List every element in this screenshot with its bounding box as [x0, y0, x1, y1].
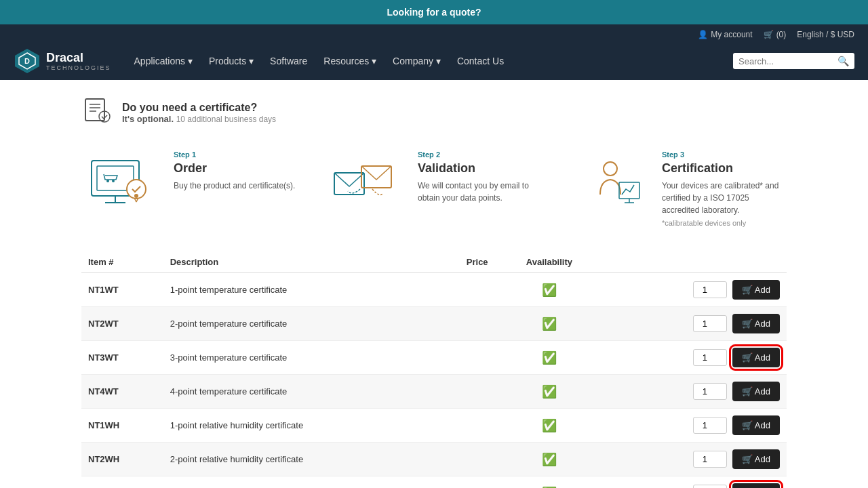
step-1-num: Step 1: [174, 150, 298, 159]
svg-rect-19: [619, 182, 639, 199]
check-icon: ✅: [542, 283, 557, 297]
item-actions: 🛒 Add: [604, 409, 787, 443]
qty-input-2[interactable]: [693, 349, 727, 366]
user-icon: 👤: [698, 30, 708, 39]
qty-input-1[interactable]: [693, 315, 727, 332]
step-3: Step 3 Certification Your devices are ca…: [570, 150, 787, 227]
item-code: NT4WT: [81, 375, 163, 409]
logo-name: Dracal: [46, 51, 111, 65]
add-button-2[interactable]: 🛒 Add: [732, 348, 780, 367]
table-row: NT1WH 1-point relative humidity certific…: [81, 409, 787, 443]
item-actions: 🛒 Add: [604, 341, 787, 375]
qty-input-3[interactable]: [693, 383, 727, 400]
cart-link[interactable]: 🛒 (0): [764, 30, 787, 39]
add-button-6[interactable]: 🛒 Add: [732, 483, 780, 488]
step-1-desc: Buy the product and certificate(s).: [174, 180, 298, 192]
item-desc: 2-point relative humidity certificate: [163, 443, 431, 476]
nav-products[interactable]: Products ▾: [202, 50, 260, 72]
banner-text: Looking for a quote?: [387, 7, 481, 18]
certificate-info: Do you need a certificate? It's optional…: [81, 94, 787, 131]
step-3-footnote: *calibratable devices only: [662, 219, 787, 227]
qty-input-0[interactable]: [693, 281, 727, 298]
item-code: NT1WT: [81, 273, 163, 307]
svg-point-18: [604, 162, 617, 176]
item-code: NT3WH: [81, 476, 163, 489]
step-2-image: [326, 150, 407, 218]
table-body: NT1WT 1-point temperature certificate ✅ …: [81, 273, 787, 489]
nav-resources[interactable]: Resources ▾: [317, 50, 383, 72]
days-note: 10 additional business days: [176, 115, 276, 124]
item-code: NT2WT: [81, 307, 163, 341]
search-bar: 🔍: [733, 53, 854, 69]
nav-contact-us[interactable]: Contact Us: [450, 50, 511, 72]
item-availability: ✅: [495, 375, 604, 409]
nav-applications[interactable]: Applications ▾: [127, 50, 199, 72]
step-3-desc: Your devices are calibrated* and certifi…: [662, 180, 787, 216]
item-desc: 3-point temperature certificate: [163, 341, 431, 375]
item-actions: 🛒 Add: [604, 307, 787, 341]
item-actions: 🛒 Add: [604, 375, 787, 409]
header-bottom: D Dracal TECHNOLOGIES Applications ▾ Pro…: [14, 42, 854, 80]
item-actions: 🛒 Add: [604, 476, 787, 489]
logo-sub: TECHNOLOGIES: [46, 65, 111, 71]
item-desc: 3-point relative humidity certificate: [163, 476, 431, 489]
check-icon: ✅: [542, 419, 557, 432]
search-button[interactable]: 🔍: [837, 56, 849, 66]
table-header: Item # Description Price Availability: [81, 251, 787, 273]
item-desc: 1-point relative humidity certificate: [163, 409, 431, 443]
svg-rect-16: [334, 173, 364, 195]
add-button-1[interactable]: 🛒 Add: [732, 314, 780, 333]
add-button-4[interactable]: 🛒 Add: [732, 415, 780, 435]
qty-input-4[interactable]: [693, 417, 727, 434]
col-availability: Availability: [495, 251, 604, 273]
item-actions: 🛒 Add: [604, 443, 787, 476]
item-availability: ✅: [495, 476, 604, 489]
search-input[interactable]: [738, 56, 833, 66]
add-button-5[interactable]: 🛒 Add: [732, 449, 780, 469]
item-availability: ✅: [495, 443, 604, 476]
table-row: NT4WT 4-point temperature certificate ✅ …: [81, 375, 787, 409]
add-button-3[interactable]: 🛒 Add: [732, 382, 780, 401]
check-icon: ✅: [542, 317, 557, 331]
col-item: Item #: [81, 251, 163, 273]
top-banner[interactable]: Looking for a quote?: [0, 0, 868, 24]
item-price: [431, 375, 494, 409]
main-nav: Applications ▾ Products ▾ Software Resou…: [127, 50, 733, 72]
col-description: Description: [163, 251, 431, 273]
check-icon: ✅: [542, 453, 557, 466]
svg-text:D: D: [24, 57, 30, 65]
header: 👤 My account 🛒 (0) English / $ USD D Dra…: [0, 24, 868, 80]
qty-input-6[interactable]: [693, 485, 727, 488]
check-icon: ✅: [542, 351, 557, 365]
table-row: NT3WT 3-point temperature certificate ✅ …: [81, 341, 787, 375]
my-account-link[interactable]: 👤 My account: [698, 30, 752, 39]
step-1-content: Step 1 Order Buy the product and certifi…: [174, 150, 298, 192]
step-2-desc: We will contact you by email to obtain y…: [418, 180, 542, 204]
item-code: NT1WH: [81, 409, 163, 443]
nav-software[interactable]: Software: [263, 50, 314, 72]
step-3-image: [570, 150, 651, 218]
nav-company[interactable]: Company ▾: [386, 50, 448, 72]
language-link[interactable]: English / $ USD: [797, 30, 854, 39]
add-button-0[interactable]: 🛒 Add: [732, 280, 780, 300]
qty-input-5[interactable]: [693, 451, 727, 468]
header-top: 👤 My account 🛒 (0) English / $ USD: [14, 24, 854, 42]
svg-rect-17: [361, 166, 391, 188]
step-2: Step 2 Validation We will contact you by…: [326, 150, 542, 218]
step-2-content: Step 2 Validation We will contact you by…: [418, 150, 542, 204]
item-availability: ✅: [495, 307, 604, 341]
step-2-num: Step 2: [418, 150, 542, 159]
svg-point-15: [134, 194, 138, 198]
item-price: [431, 273, 494, 307]
item-actions: 🛒 Add: [604, 273, 787, 307]
item-code: NT3WT: [81, 341, 163, 375]
logo-link[interactable]: D Dracal TECHNOLOGIES: [14, 47, 111, 75]
item-availability: ✅: [495, 409, 604, 443]
table-row: NT2WH 2-point relative humidity certific…: [81, 443, 787, 476]
table-row: NT2WT 2-point temperature certificate ✅ …: [81, 307, 787, 341]
item-price: [431, 476, 494, 489]
item-code: NT2WH: [81, 443, 163, 476]
step-2-title: Validation: [418, 161, 542, 176]
step-3-num: Step 3: [662, 150, 787, 159]
cert-question: Do you need a certificate?: [122, 102, 276, 114]
